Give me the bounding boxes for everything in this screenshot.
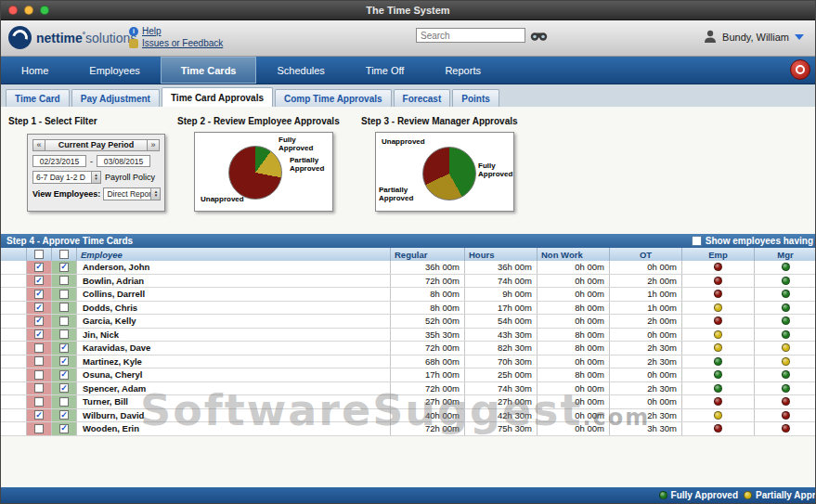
app-toolbar: nettime°solutions i Help Issues or Feedb… bbox=[1, 20, 815, 57]
employee-name[interactable]: Martinez, Kyle bbox=[77, 355, 391, 368]
table-row[interactable]: Karavidas, Dave 72h 00m 82h 30m 8h 00m 2… bbox=[1, 342, 815, 355]
header-ot[interactable]: OT bbox=[610, 248, 682, 261]
employee-name[interactable]: Wooden, Erin bbox=[77, 422, 391, 435]
table-row[interactable]: Wilburn, David 40h 00m 42h 30m 0h 00m 2h… bbox=[1, 409, 815, 423]
table-row[interactable]: Dodds, Chris 8h 00m 17h 00m 8h 00m 1h 00… bbox=[1, 302, 815, 316]
header-emp[interactable]: Emp bbox=[682, 248, 755, 261]
employee-name[interactable]: Osuna, Cheryl bbox=[77, 368, 391, 381]
employee-name[interactable]: Wilburn, David bbox=[77, 409, 391, 422]
stop-clock-button[interactable] bbox=[790, 59, 810, 80]
regular-value: 72h 00m bbox=[391, 382, 465, 395]
manager-approve-checkbox[interactable] bbox=[59, 343, 69, 353]
employee-name[interactable]: Jin, Nick bbox=[77, 329, 391, 342]
employee-approve-checkbox[interactable] bbox=[34, 317, 44, 326]
table-row[interactable]: Osuna, Cheryl 17h 00m 25h 00m 8h 00m 0h … bbox=[1, 368, 815, 382]
nav-item-time-cards[interactable]: Time Cards bbox=[161, 57, 257, 84]
table-row[interactable]: Wooden, Erin 72h 00m 75h 30m 0h 00m 3h 3… bbox=[1, 422, 815, 436]
subtab-comp-time-approvals[interactable]: Comp Time Approvals bbox=[275, 89, 392, 109]
binoculars-search-icon[interactable] bbox=[530, 30, 548, 42]
prev-pay-period-button[interactable]: « bbox=[32, 139, 45, 151]
header-mgr[interactable]: Mgr bbox=[755, 248, 815, 261]
employee-approve-checkbox[interactable] bbox=[34, 410, 44, 420]
manager-approve-checkbox[interactable] bbox=[59, 303, 69, 312]
header-hours[interactable]: Hours bbox=[465, 248, 538, 261]
nav-item-schedules[interactable]: Schedules bbox=[256, 57, 344, 84]
employee-approve-checkbox[interactable] bbox=[34, 263, 44, 272]
feedback-link[interactable]: Issues or Feedback bbox=[142, 37, 223, 49]
spinner-icon[interactable] bbox=[91, 172, 100, 183]
zoom-window-button[interactable] bbox=[40, 6, 49, 15]
table-row[interactable]: Garcia, Kelly 52h 00m 54h 00m 0h 00m 2h … bbox=[1, 315, 815, 329]
header-employee[interactable]: Employee bbox=[77, 248, 391, 261]
employee-approve-checkbox[interactable] bbox=[34, 397, 44, 407]
pie-label-fully-approved: Fully Approved bbox=[478, 162, 512, 178]
employee-approve-checkbox[interactable] bbox=[34, 424, 44, 433]
date-to-input[interactable] bbox=[97, 155, 150, 167]
manager-approve-checkbox[interactable] bbox=[59, 397, 69, 407]
select-all-manager-checkbox[interactable] bbox=[59, 250, 69, 259]
manager-approve-checkbox[interactable] bbox=[59, 276, 69, 285]
show-employees-checkbox[interactable] bbox=[692, 236, 702, 246]
user-menu[interactable]: Bundy, William bbox=[704, 30, 804, 44]
header-non-work[interactable]: Non Work bbox=[538, 248, 610, 261]
table-row[interactable]: Martinez, Kyle 68h 00m 70h 30m 0h 00m 2h… bbox=[1, 355, 815, 369]
table-row[interactable]: Bowlin, Adrian 72h 00m 74h 00m 0h 00m 2h… bbox=[1, 275, 815, 289]
table-row[interactable]: Spencer, Adam 72h 00m 74h 30m 0h 00m 2h … bbox=[1, 382, 815, 396]
nav-item-time-off[interactable]: Time Off bbox=[345, 57, 425, 84]
next-pay-period-button[interactable]: » bbox=[147, 139, 160, 151]
employee-name[interactable]: Collins, Darrell bbox=[77, 288, 391, 301]
header-regular[interactable]: Regular bbox=[391, 248, 465, 261]
employee-name[interactable]: Bowlin, Adrian bbox=[77, 275, 391, 288]
table-row[interactable]: Jin, Nick 35h 30m 43h 30m 8h 00m 0h 00m bbox=[1, 329, 815, 342]
employee-name[interactable]: Anderson, John bbox=[77, 261, 391, 274]
manager-approve-checkbox[interactable] bbox=[59, 383, 69, 393]
nav-item-home[interactable]: Home bbox=[1, 57, 69, 84]
table-row[interactable]: Collins, Darrell 8h 00m 9h 00m 0h 00m 1h… bbox=[1, 288, 815, 302]
manager-approve-checkbox[interactable] bbox=[59, 330, 69, 339]
employee-approve-checkbox[interactable] bbox=[34, 303, 44, 312]
help-link[interactable]: Help bbox=[142, 25, 162, 37]
search-input[interactable] bbox=[416, 28, 525, 43]
manager-approve-checkbox[interactable] bbox=[59, 410, 69, 420]
date-from-input[interactable] bbox=[32, 155, 86, 167]
ot-value: 0h 00m bbox=[610, 395, 682, 408]
show-employees-filter[interactable]: Show employees having bbox=[692, 236, 813, 246]
employee-approve-checkbox[interactable] bbox=[34, 356, 44, 366]
header-blank-cell bbox=[1, 248, 27, 261]
view-employees-select[interactable]: Direct Report bbox=[103, 187, 161, 200]
row-blank-cell bbox=[1, 422, 27, 435]
employee-approve-checkbox[interactable] bbox=[34, 370, 44, 380]
employee-name[interactable]: Garcia, Kelly bbox=[77, 315, 391, 328]
employee-approve-checkbox[interactable] bbox=[34, 330, 44, 339]
manager-approve-checkbox[interactable] bbox=[59, 263, 69, 272]
employee-approve-checkbox[interactable] bbox=[34, 276, 44, 285]
table-row[interactable]: Anderson, John 36h 00m 36h 00m 0h 00m 0h… bbox=[1, 261, 815, 275]
close-window-button[interactable] bbox=[8, 6, 18, 15]
manager-approve-checkbox[interactable] bbox=[59, 424, 69, 433]
minimize-window-button[interactable] bbox=[24, 6, 33, 15]
employee-name[interactable]: Turner, Bill bbox=[77, 395, 391, 408]
nav-item-employees[interactable]: Employees bbox=[69, 57, 160, 84]
subtab-pay-adjustment[interactable]: Pay Adjustment bbox=[71, 89, 160, 109]
spinner-icon[interactable] bbox=[150, 188, 160, 200]
nav-item-reports[interactable]: Reports bbox=[424, 57, 501, 84]
ot-value: 2h 30m bbox=[610, 342, 682, 355]
manager-approve-checkbox[interactable] bbox=[59, 370, 69, 380]
subtab-forecast[interactable]: Forecast bbox=[394, 89, 451, 109]
table-row[interactable]: Turner, Bill 27h 00m 27h 00m 0h 00m 0h 0… bbox=[1, 395, 815, 409]
employee-name[interactable]: Dodds, Chris bbox=[77, 302, 391, 315]
select-all-employee-checkbox[interactable] bbox=[34, 250, 44, 259]
employee-approve-checkbox[interactable] bbox=[34, 343, 44, 353]
subtab-time-card-approvals[interactable]: Time Card Approvals bbox=[162, 87, 273, 109]
employee-name[interactable]: Spencer, Adam bbox=[77, 382, 391, 395]
row-blank-cell bbox=[1, 382, 27, 395]
manager-approve-checkbox[interactable] bbox=[59, 290, 69, 299]
payroll-policy-select[interactable]: 6-7 Day 1-2 D bbox=[32, 171, 101, 184]
employee-approve-checkbox[interactable] bbox=[34, 290, 44, 299]
manager-approve-checkbox[interactable] bbox=[59, 356, 69, 366]
manager-approve-checkbox[interactable] bbox=[59, 317, 69, 326]
subtab-time-card[interactable]: Time Card bbox=[6, 89, 70, 109]
employee-name[interactable]: Karavidas, Dave bbox=[77, 342, 391, 355]
employee-approve-checkbox[interactable] bbox=[34, 383, 44, 393]
subtab-points[interactable]: Points bbox=[452, 89, 499, 109]
